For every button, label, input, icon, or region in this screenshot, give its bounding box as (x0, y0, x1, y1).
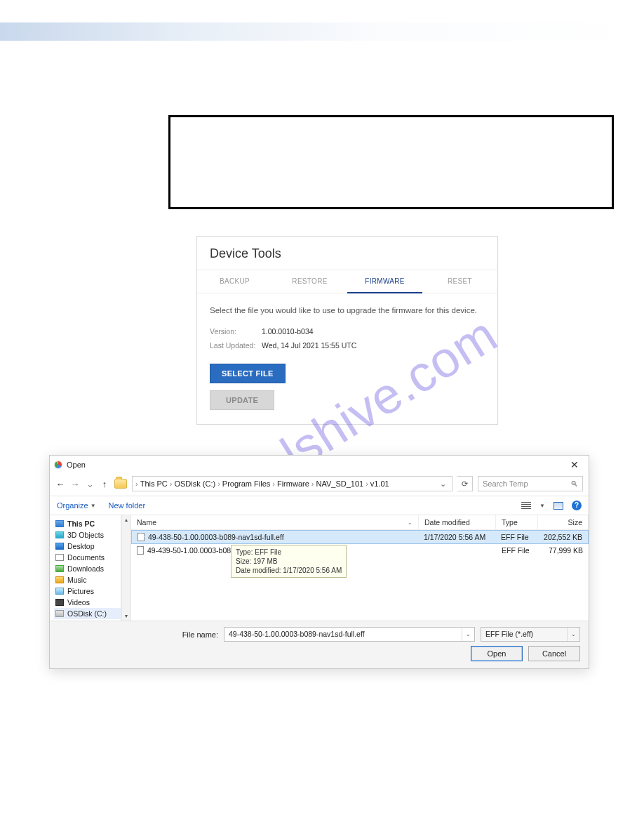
file-row[interactable]: 49-438-50-1.00.0003-b089-nav1sd-full.eff… (131, 530, 589, 544)
updated-label: Last Updated: (210, 341, 262, 350)
nav-pane: This PC 3D Objects Desktop Documents Dow… (50, 515, 121, 621)
column-headers: Name⌄ Date modified Type Size (131, 515, 589, 530)
col-type[interactable]: Type (496, 515, 538, 529)
crumb[interactable]: Program Files (222, 479, 270, 488)
dialog-nav-row: ← → ⌄ ↑ › This PC › OSDisk (C:) › Progra… (50, 473, 589, 496)
empty-frame (168, 115, 614, 209)
chevron-right-icon[interactable]: › (365, 479, 368, 488)
crumb[interactable]: v1.01 (370, 479, 389, 488)
close-icon[interactable]: ✕ (566, 459, 583, 470)
music-icon (55, 576, 64, 583)
filename-input[interactable]: 49-438-50-1.00.0003-b089-nav1sd-full.eff… (224, 627, 475, 642)
dialog-titlebar: Open ✕ (50, 456, 589, 473)
chevron-right-icon[interactable]: › (272, 479, 275, 488)
pc-icon (55, 520, 64, 527)
back-icon[interactable]: ← (55, 479, 65, 489)
nav-scrollbar[interactable]: ▴ ▾ (121, 515, 131, 621)
file-pane: Name⌄ Date modified Type Size 49-438-50-… (131, 515, 589, 621)
dialog-title: Open (67, 461, 86, 469)
nav-videos[interactable]: Videos (54, 597, 121, 608)
updated-row: Last Updated: Wed, 14 Jul 2021 15:55 UTC (210, 341, 485, 350)
search-icon[interactable]: 🔍︎ (570, 479, 578, 488)
version-label: Version: (210, 327, 262, 336)
help-icon[interactable]: ? (572, 501, 582, 510)
nav-pictures[interactable]: Pictures (54, 585, 121, 597)
scroll-down-icon[interactable]: ▾ (125, 613, 128, 619)
crumb[interactable]: This PC (140, 479, 168, 488)
file-tooltip: Type: EFF File Size: 197 MB Date modifie… (231, 545, 347, 578)
downloads-icon (55, 565, 64, 572)
device-tools-tabs: BACKUP RESTORE FIRMWARE RESET (197, 270, 497, 293)
nav-downloads[interactable]: Downloads (54, 563, 121, 574)
folder-icon (114, 479, 127, 489)
nav-desktop[interactable]: Desktop (54, 541, 121, 552)
dialog-toolbar: Organize ▼ New folder ▼ ? (50, 496, 589, 515)
tab-backup[interactable]: BACKUP (197, 270, 272, 293)
nav-this-pc[interactable]: This PC (54, 518, 121, 529)
chevron-right-icon[interactable]: › (135, 479, 138, 488)
nav-documents[interactable]: Documents (54, 552, 121, 563)
file-row[interactable]: 49-439-50-1.00.0003-b089-na EFF File 77,… (131, 544, 589, 557)
view-preview-icon[interactable] (554, 502, 563, 510)
documents-icon (55, 554, 64, 561)
nav-music[interactable]: Music (54, 574, 121, 585)
crumb[interactable]: OSDisk (C:) (174, 479, 215, 488)
disk-icon (55, 610, 64, 617)
filename-label: File name: (58, 630, 218, 639)
crumb[interactable]: NAV_SD_101 (316, 479, 363, 488)
tab-restore[interactable]: RESTORE (272, 270, 347, 293)
firmware-panel: Select the file you would like to use to… (197, 293, 497, 424)
videos-icon (55, 599, 64, 606)
view-list-icon[interactable] (521, 502, 531, 510)
page-header-band (0, 22, 644, 41)
updated-value: Wed, 14 Jul 2021 15:55 UTC (262, 341, 356, 350)
breadcrumb[interactable]: › This PC › OSDisk (C:) › Program Files … (132, 476, 452, 491)
chevron-down-icon: ▼ (90, 503, 96, 509)
nav-osdisk[interactable]: OSDisk (C:) (54, 608, 121, 619)
col-name[interactable]: Name⌄ (131, 515, 419, 529)
version-value: 1.00.0010-b034 (262, 327, 314, 336)
version-row: Version: 1.00.0010-b034 (210, 327, 485, 336)
select-file-button[interactable]: SELECT FILE (210, 364, 286, 383)
open-dialog: Open ✕ ← → ⌄ ↑ › This PC › OSDisk (C:) ›… (49, 455, 589, 669)
open-button[interactable]: Open (471, 646, 523, 661)
nav-3d-objects[interactable]: 3D Objects (54, 529, 121, 541)
forward-icon[interactable]: → (70, 479, 80, 489)
search-input[interactable]: Search Temp 🔍︎ (478, 476, 583, 491)
file-icon (137, 546, 144, 555)
file-icon (137, 533, 145, 541)
desktop-icon (55, 543, 64, 550)
refresh-icon[interactable]: ⟳ (457, 476, 473, 491)
chevron-down-icon[interactable]: ⌄ (567, 628, 579, 641)
cancel-button[interactable]: Cancel (528, 646, 580, 661)
organize-menu[interactable]: Organize ▼ (57, 501, 96, 510)
chevron-down-icon[interactable]: ▼ (539, 503, 545, 509)
search-placeholder: Search Temp (483, 479, 566, 488)
device-tools-card: Device Tools BACKUP RESTORE FIRMWARE RES… (196, 236, 498, 425)
chevron-right-icon[interactable]: › (170, 479, 173, 488)
up-icon[interactable]: ↑ (100, 479, 109, 489)
new-folder-button[interactable]: New folder (109, 501, 146, 510)
dialog-main: This PC 3D Objects Desktop Documents Dow… (50, 515, 589, 621)
sort-indicator-icon: ⌄ (408, 519, 412, 526)
scroll-up-icon[interactable]: ▴ (125, 517, 128, 523)
col-date[interactable]: Date modified (419, 515, 496, 529)
update-button: UPDATE (210, 390, 274, 410)
3d-icon (55, 531, 64, 538)
chevron-right-icon[interactable]: › (217, 479, 220, 488)
recent-dropdown-icon[interactable]: ⌄ (85, 479, 95, 489)
breadcrumb-dropdown-icon[interactable]: ⌄ (437, 479, 449, 489)
filetype-select[interactable]: EFF File (*.eff) ⌄ (481, 627, 580, 642)
device-tools-title: Device Tools (197, 237, 497, 270)
chrome-icon (54, 461, 62, 469)
chevron-right-icon[interactable]: › (311, 479, 314, 488)
crumb[interactable]: Firmware (277, 479, 309, 488)
tab-firmware[interactable]: FIRMWARE (347, 270, 422, 293)
col-size[interactable]: Size (538, 515, 589, 529)
chevron-down-icon[interactable]: ⌄ (462, 628, 474, 641)
tab-reset[interactable]: RESET (422, 270, 497, 293)
pictures-icon (55, 588, 64, 595)
firmware-help-text: Select the file you would like to use to… (210, 306, 485, 315)
dialog-bottom: File name: 49-438-50-1.00.0003-b089-nav1… (50, 621, 589, 668)
